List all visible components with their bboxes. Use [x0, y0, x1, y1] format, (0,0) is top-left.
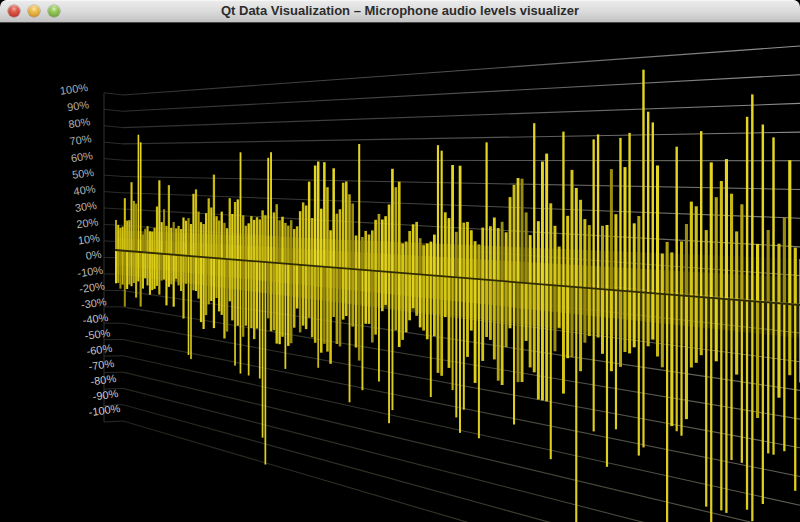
svg-text:70%: 70%: [69, 132, 93, 147]
svg-text:-30%: -30%: [80, 295, 107, 310]
svg-text:20%: 20%: [76, 215, 100, 230]
svg-text:60%: 60%: [70, 149, 94, 164]
svg-text:100%: 100%: [59, 81, 89, 97]
svg-text:50%: 50%: [71, 166, 95, 181]
svg-text:-10%: -10%: [77, 264, 104, 279]
svg-text:-60%: -60%: [86, 342, 113, 357]
svg-text:-70%: -70%: [88, 357, 115, 372]
svg-text:-100%: -100%: [88, 402, 121, 418]
svg-text:-90%: -90%: [92, 387, 119, 402]
svg-text:10%: 10%: [77, 232, 101, 247]
svg-text:30%: 30%: [74, 199, 98, 214]
svg-text:40%: 40%: [73, 182, 97, 197]
svg-text:80%: 80%: [67, 115, 91, 130]
svg-text:-40%: -40%: [82, 311, 109, 326]
svg-text:0%: 0%: [85, 248, 103, 262]
svg-text:-20%: -20%: [78, 280, 105, 295]
svg-text:90%: 90%: [66, 98, 90, 113]
svg-text:-80%: -80%: [90, 372, 117, 387]
